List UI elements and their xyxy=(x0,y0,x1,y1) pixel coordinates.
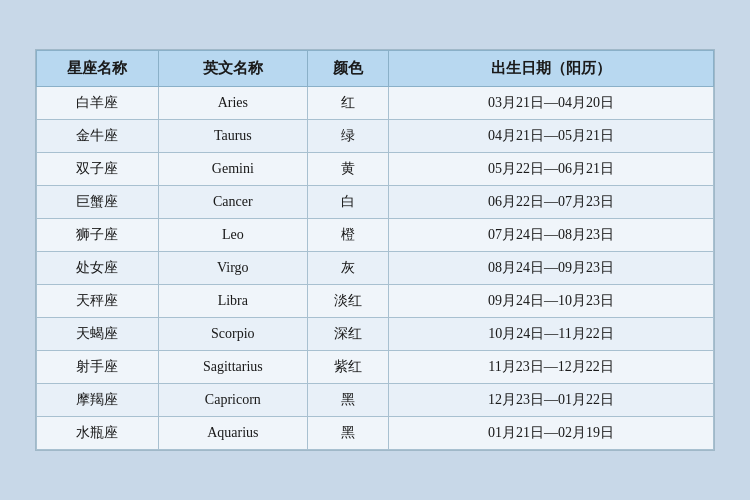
header-date: 出生日期（阳历） xyxy=(389,51,714,87)
cell-chinese: 处女座 xyxy=(37,252,159,285)
cell-english: Scorpio xyxy=(158,318,307,351)
cell-color: 绿 xyxy=(307,120,388,153)
header-chinese: 星座名称 xyxy=(37,51,159,87)
zodiac-table-container: 星座名称 英文名称 颜色 出生日期（阳历） 白羊座Aries红03月21日—04… xyxy=(35,49,715,451)
cell-color: 黄 xyxy=(307,153,388,186)
table-row: 金牛座Taurus绿04月21日—05月21日 xyxy=(37,120,714,153)
cell-english: Libra xyxy=(158,285,307,318)
cell-color: 紫红 xyxy=(307,351,388,384)
header-color: 颜色 xyxy=(307,51,388,87)
cell-color: 淡红 xyxy=(307,285,388,318)
table-row: 巨蟹座Cancer白06月22日—07月23日 xyxy=(37,186,714,219)
table-row: 白羊座Aries红03月21日—04月20日 xyxy=(37,87,714,120)
cell-english: Sagittarius xyxy=(158,351,307,384)
cell-color: 红 xyxy=(307,87,388,120)
cell-date: 06月22日—07月23日 xyxy=(389,186,714,219)
cell-color: 灰 xyxy=(307,252,388,285)
cell-date: 04月21日—05月21日 xyxy=(389,120,714,153)
cell-date: 11月23日—12月22日 xyxy=(389,351,714,384)
cell-date: 08月24日—09月23日 xyxy=(389,252,714,285)
cell-english: Gemini xyxy=(158,153,307,186)
cell-english: Virgo xyxy=(158,252,307,285)
cell-date: 03月21日—04月20日 xyxy=(389,87,714,120)
cell-chinese: 水瓶座 xyxy=(37,417,159,450)
cell-chinese: 巨蟹座 xyxy=(37,186,159,219)
cell-chinese: 金牛座 xyxy=(37,120,159,153)
table-row: 摩羯座Capricorn黑12月23日—01月22日 xyxy=(37,384,714,417)
cell-chinese: 双子座 xyxy=(37,153,159,186)
table-header-row: 星座名称 英文名称 颜色 出生日期（阳历） xyxy=(37,51,714,87)
cell-color: 黑 xyxy=(307,384,388,417)
cell-chinese: 天秤座 xyxy=(37,285,159,318)
cell-color: 深红 xyxy=(307,318,388,351)
cell-date: 01月21日—02月19日 xyxy=(389,417,714,450)
cell-date: 07月24日—08月23日 xyxy=(389,219,714,252)
cell-english: Leo xyxy=(158,219,307,252)
table-row: 射手座Sagittarius紫红11月23日—12月22日 xyxy=(37,351,714,384)
cell-date: 12月23日—01月22日 xyxy=(389,384,714,417)
cell-chinese: 射手座 xyxy=(37,351,159,384)
cell-chinese: 摩羯座 xyxy=(37,384,159,417)
cell-color: 黑 xyxy=(307,417,388,450)
cell-english: Aries xyxy=(158,87,307,120)
cell-english: Capricorn xyxy=(158,384,307,417)
table-row: 处女座Virgo灰08月24日—09月23日 xyxy=(37,252,714,285)
cell-chinese: 狮子座 xyxy=(37,219,159,252)
table-row: 天秤座Libra淡红09月24日—10月23日 xyxy=(37,285,714,318)
cell-color: 白 xyxy=(307,186,388,219)
table-row: 狮子座Leo橙07月24日—08月23日 xyxy=(37,219,714,252)
table-row: 天蝎座Scorpio深红10月24日—11月22日 xyxy=(37,318,714,351)
zodiac-table: 星座名称 英文名称 颜色 出生日期（阳历） 白羊座Aries红03月21日—04… xyxy=(36,50,714,450)
cell-chinese: 天蝎座 xyxy=(37,318,159,351)
cell-date: 05月22日—06月21日 xyxy=(389,153,714,186)
table-body: 白羊座Aries红03月21日—04月20日金牛座Taurus绿04月21日—0… xyxy=(37,87,714,450)
header-english: 英文名称 xyxy=(158,51,307,87)
table-row: 水瓶座Aquarius黑01月21日—02月19日 xyxy=(37,417,714,450)
cell-color: 橙 xyxy=(307,219,388,252)
cell-english: Cancer xyxy=(158,186,307,219)
cell-date: 10月24日—11月22日 xyxy=(389,318,714,351)
cell-chinese: 白羊座 xyxy=(37,87,159,120)
cell-english: Taurus xyxy=(158,120,307,153)
table-row: 双子座Gemini黄05月22日—06月21日 xyxy=(37,153,714,186)
cell-date: 09月24日—10月23日 xyxy=(389,285,714,318)
cell-english: Aquarius xyxy=(158,417,307,450)
